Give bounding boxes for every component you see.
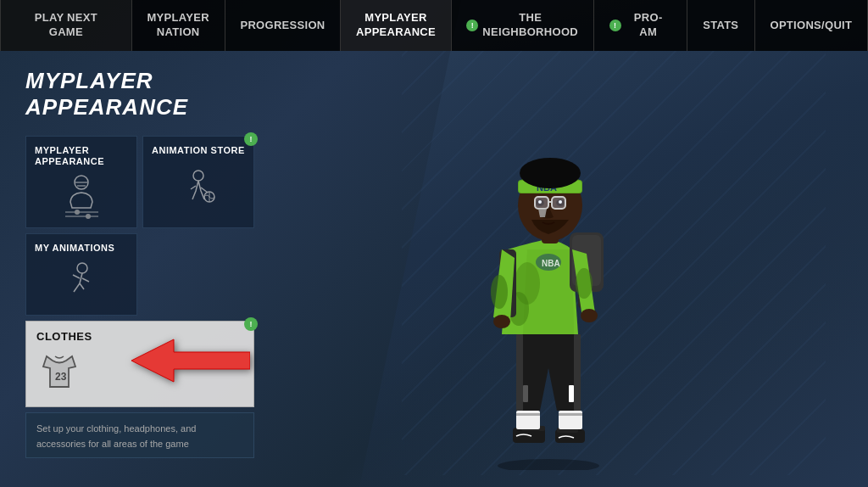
svg-point-7 — [193, 171, 203, 181]
svg-point-13 — [498, 459, 599, 470]
animation-figure-icon — [35, 260, 128, 306]
nav-item-options-quit[interactable]: Options/Quit — [755, 0, 868, 51]
nav-item-progression[interactable]: Progression — [225, 0, 342, 51]
menu-card-animation-store[interactable]: ANIMATION STORE ! — [142, 136, 254, 228]
left-panel: MyPLAYER APPEARANCE MyPLAYERAPPEARANCE — [25, 68, 254, 470]
svg-point-37 — [581, 309, 598, 322]
status-text: Set up your clothing, headphones, and ac… — [36, 423, 196, 449]
nav-item-the-neighborhood[interactable]: ! The Neighborhood — [452, 0, 594, 51]
nav-item-pro-am[interactable]: ! Pro-Am — [594, 0, 687, 51]
card-label-myplayer-appearance: MyPLAYERAPPEARANCE — [35, 145, 128, 167]
player-figure: NBA — [447, 80, 650, 470]
status-bar: Set up your clothing, headphones, and ac… — [25, 412, 254, 458]
svg-rect-25 — [523, 385, 528, 402]
nav-item-myplayer-nation[interactable]: MyPLAYER Nation — [132, 0, 225, 51]
pro-am-notification-dot: ! — [609, 20, 621, 31]
card-label-animation-store: ANIMATION STORE — [152, 145, 245, 156]
svg-point-6 — [86, 214, 91, 219]
neighborhood-notification-dot: ! — [466, 20, 478, 31]
red-arrow — [131, 335, 250, 386]
svg-rect-24 — [569, 385, 574, 402]
top-navigation: Play Next Game MyPLAYER Nation Progressi… — [0, 0, 868, 51]
player-icon — [35, 172, 128, 219]
svg-rect-22 — [516, 334, 523, 411]
menu-card-myplayer-appearance[interactable]: MyPLAYERAPPEARANCE — [25, 136, 137, 228]
svg-point-10 — [77, 263, 87, 273]
svg-rect-47 — [535, 197, 548, 209]
menu-grid-top: MyPLAYERAPPEARANCE — [25, 136, 254, 228]
arrow-container — [131, 335, 250, 389]
card-label-my-animations: MY ANIMATIONS — [35, 243, 128, 254]
svg-text:NBA: NBA — [542, 259, 560, 268]
menu-card-my-animations[interactable]: MY ANIMATIONS — [25, 233, 137, 315]
svg-rect-19 — [516, 413, 540, 416]
nav-item-stats[interactable]: Stats — [687, 0, 755, 51]
main-content: MyPLAYER APPEARANCE MyPLAYERAPPEARANCE — [0, 51, 868, 487]
animation-icon — [152, 161, 245, 219]
svg-rect-23 — [574, 334, 581, 411]
svg-point-36 — [493, 315, 510, 328]
svg-text:23: 23 — [55, 371, 67, 383]
svg-point-50 — [520, 158, 581, 188]
page-title: MyPLAYER APPEARANCE — [25, 68, 254, 120]
nav-item-play-next-game[interactable]: Play Next Game — [0, 0, 132, 51]
svg-rect-48 — [552, 197, 565, 209]
nav-item-myplayer-appearance[interactable]: MyPLAYER Appearance — [341, 0, 451, 51]
svg-rect-21 — [559, 413, 582, 416]
svg-marker-12 — [131, 339, 250, 382]
svg-point-4 — [75, 210, 80, 215]
svg-point-34 — [491, 275, 508, 309]
player-area: NBA — [254, 68, 843, 470]
svg-point-35 — [576, 268, 593, 299]
